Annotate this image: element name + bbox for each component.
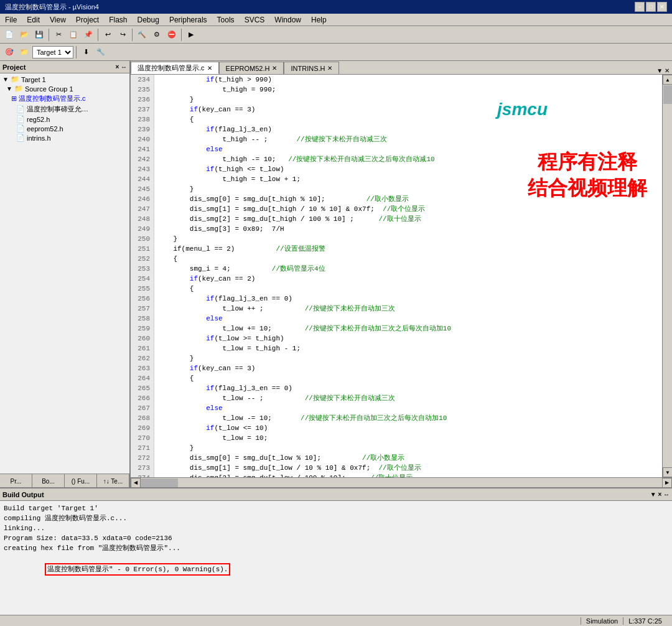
menu-item-peripherals[interactable]: Peripherals (164, 14, 212, 26)
debug-button[interactable]: ▶ (184, 28, 198, 42)
menu-item-window[interactable]: Window (269, 14, 306, 26)
h-scroll-thumb[interactable] (141, 479, 178, 487)
menu-item-flash[interactable]: Flash (104, 14, 132, 26)
tab-eeprom-label: EEPROM52.H (226, 65, 270, 72)
code-line: if(flag_lj_3_en == 0) (157, 383, 660, 393)
scroll-left-button[interactable]: ◀ (131, 478, 141, 488)
tab-main-c-close[interactable]: ✕ (207, 65, 212, 72)
tab-eeprom-close[interactable]: ✕ (272, 65, 277, 72)
target-options-button[interactable]: 🎯 (2, 45, 16, 59)
project-panel-tabs: Pr... Bo... () Fu... ↑↓ Te... (0, 474, 129, 487)
build-highlight-line: 温度控制数码管显示" - 0 Error(s), 0 Warning(s). (4, 553, 668, 586)
menu-item-file[interactable]: File (0, 14, 22, 26)
minimize-button[interactable]: − (635, 2, 645, 12)
vertical-scrollbar[interactable]: ▲ ▼ (662, 75, 672, 477)
code-line: { (157, 373, 660, 383)
separator-5 (76, 46, 77, 58)
menu-item-help[interactable]: Help (306, 14, 332, 26)
menu-item-svcs[interactable]: SVCS (240, 14, 270, 26)
code-line: } (157, 353, 660, 363)
tree-item-target1[interactable]: ▼ 📁 Target 1 (1, 75, 128, 84)
functions-tab[interactable]: () Fu... (65, 474, 97, 487)
new-file-button[interactable]: 📄 (2, 28, 16, 42)
scroll-track[interactable] (663, 85, 672, 467)
code-line: if(flag_lj_3_en == 0) (157, 294, 660, 304)
tab-intrins-close[interactable]: ✕ (327, 65, 332, 72)
h-scroll-track[interactable] (141, 478, 662, 488)
templates-tab[interactable]: ↑↓ Te... (97, 474, 129, 487)
settings-button[interactable]: 🔧 (94, 45, 108, 59)
tab-intrins[interactable]: INTRINS.H ✕ (284, 62, 339, 74)
tree-item-eeprom[interactable]: 📄 eeprom52.h (1, 124, 128, 133)
code-line: } (157, 95, 660, 105)
maximize-button[interactable]: □ (646, 2, 656, 12)
statusbar: Simulation L:337 C:25 (0, 615, 672, 626)
build-header: Build Output ▼ × ↔ (0, 488, 672, 501)
separator-3 (132, 29, 133, 41)
build-button[interactable]: 🔨 (135, 28, 149, 42)
build-all-button[interactable]: ⚙ (150, 28, 164, 42)
project-tab[interactable]: Pr... (0, 474, 32, 487)
project-header: Project × ↔ (0, 61, 129, 73)
close-button[interactable]: ✕ (657, 2, 667, 12)
cut-button[interactable]: ✂ (52, 28, 65, 42)
doc-icon-4: 📄 (16, 134, 25, 142)
code-line: else (157, 403, 660, 413)
code-line: t_low = 10; (157, 433, 660, 443)
source-group-label: Source Group 1 (25, 85, 73, 93)
tab-main-c[interactable]: 温度控制数码管显示.c ✕ (131, 62, 219, 74)
group-folder-icon: 📁 (14, 85, 23, 93)
simulation-status: Simulation (581, 617, 623, 625)
tree-item-intrins[interactable]: 📄 intrins.h (1, 133, 128, 142)
reg52-label: reg52.h (27, 116, 50, 123)
redo-button[interactable]: ↪ (116, 28, 129, 42)
line-numbers: 2342352362372382392402412422432442452462… (131, 75, 154, 477)
code-editor[interactable]: 2342352362372382392402412422432442452462… (131, 75, 662, 477)
menu-item-edit[interactable]: Edit (22, 14, 45, 26)
tab-eeprom[interactable]: EEPROM52.H ✕ (219, 62, 284, 74)
tree-item-reg52[interactable]: 📄 reg52.h (1, 114, 128, 124)
scroll-right-button[interactable]: ▶ (662, 478, 672, 488)
manage-button[interactable]: 📁 (17, 45, 31, 59)
code-line: dis_smg[1] = smg_du[t_low / 10 % 10] & 0… (157, 463, 660, 473)
code-line: else (157, 144, 660, 154)
project-tree: ▼ 📁 Target 1 ▼ 📁 Source Group 1 ⊞ 温度控制数码… (0, 73, 129, 474)
code-line: dis_smg[2] = smg_du[t_high / 100 % 10] ;… (157, 214, 660, 224)
scroll-thumb[interactable] (663, 85, 672, 104)
project-panel: Project × ↔ ▼ 📁 Target 1 ▼ 📁 Source Grou… (0, 61, 131, 487)
code-line: if(key_can == 2) (157, 274, 660, 284)
download-button[interactable]: ⬇ (79, 45, 93, 59)
code-line: dis_smg[0] = smg_du[t_low % 10]; //取小数显示 (157, 453, 660, 463)
menu-item-view[interactable]: View (45, 14, 71, 26)
tree-item-sourcegroup[interactable]: ▼ 📁 Source Group 1 (1, 84, 128, 93)
open-file-button[interactable]: 📂 (17, 28, 31, 42)
tree-item-sub1[interactable]: 📄 温度控制事碲亚允… (1, 104, 128, 114)
books-tab[interactable]: Bo... (32, 474, 65, 487)
code-line: t_high -= 10; //按键按下未松开自动减三次之后每次自动减10 (157, 154, 660, 164)
scroll-up-button[interactable]: ▲ (663, 75, 672, 85)
scroll-down-button[interactable]: ▼ (663, 467, 672, 477)
menu-item-project[interactable]: Project (71, 14, 104, 26)
tree-item-main-c[interactable]: ⊞ 温度控制数码管显示.c (1, 93, 128, 104)
doc-icon-1: 📄 (16, 105, 25, 113)
build-line-6: creating hex file from "温度控制数码管显示"... (4, 543, 668, 553)
code-content: 2342352362372382392402412422432442452462… (131, 75, 662, 477)
code-line: if(t_low >= t_high) (157, 334, 660, 343)
editor-controls: ▼ ✕ (654, 67, 672, 74)
menu-item-tools[interactable]: Tools (212, 14, 240, 26)
stop-button[interactable]: ⛔ (165, 28, 179, 42)
undo-button[interactable]: ↩ (101, 28, 114, 42)
target-select[interactable]: Target 1 (32, 46, 73, 58)
copy-button[interactable]: 📋 (67, 28, 80, 42)
code-line: t_high -- ; //按键按下未松开自动减三次 (157, 134, 660, 144)
save-button[interactable]: 💾 (32, 28, 46, 42)
target-icon: ▼ (2, 76, 9, 83)
code-line: if(t_high <= t_low) (157, 164, 660, 174)
menu-item-debug[interactable]: Debug (133, 14, 164, 26)
code-line: } (157, 443, 660, 453)
code-line: if(key_can == 3) (157, 105, 660, 114)
code-line: { (157, 254, 660, 264)
horizontal-scrollbar[interactable]: ◀ ▶ (131, 477, 672, 487)
paste-button[interactable]: 📌 (82, 28, 95, 42)
app-window: 温度控制数码管显示 - µVision4 − □ ✕ FileEditViewP… (0, 0, 672, 626)
